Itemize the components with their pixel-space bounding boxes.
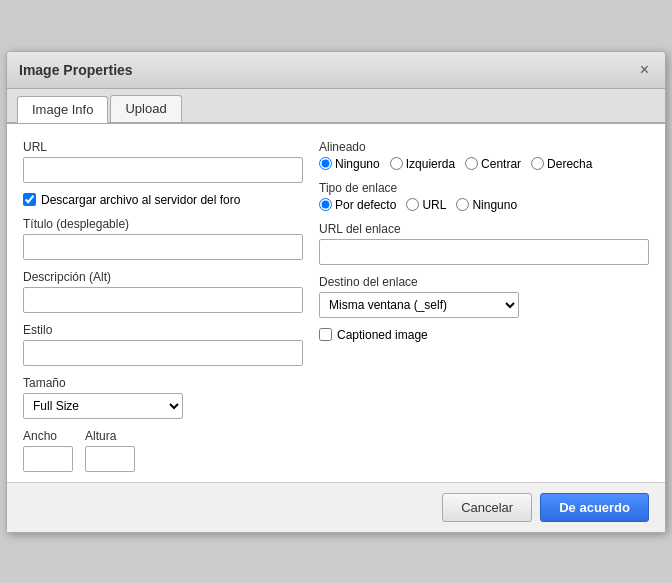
alineado-izquierda[interactable]: Izquierda bbox=[390, 157, 455, 171]
download-checkbox-row: Descargar archivo al servidor del foro bbox=[23, 193, 303, 207]
right-column: Alineado Ninguno Izquierda Centrar Der bbox=[319, 140, 649, 472]
height-input[interactable] bbox=[85, 446, 135, 472]
alineado-label: Alineado bbox=[319, 140, 649, 154]
cancel-button[interactable]: Cancelar bbox=[442, 493, 532, 522]
url-enlace-label: URL del enlace bbox=[319, 222, 649, 236]
destino-field-group: Destino del enlace Misma ventana (_self)… bbox=[319, 275, 649, 318]
url-input[interactable] bbox=[23, 157, 303, 183]
size-label: Tamaño bbox=[23, 376, 303, 390]
captioned-checkbox[interactable] bbox=[319, 328, 332, 341]
width-input[interactable] bbox=[23, 446, 73, 472]
tab-image-info[interactable]: Image Info bbox=[17, 96, 108, 123]
tipo-url[interactable]: URL bbox=[406, 198, 446, 212]
captioned-row: Captioned image bbox=[319, 328, 649, 342]
description-input[interactable] bbox=[23, 287, 303, 313]
ok-button[interactable]: De acuerdo bbox=[540, 493, 649, 522]
alineado-options: Ninguno Izquierda Centrar Derecha bbox=[319, 157, 649, 171]
height-field: Altura bbox=[85, 429, 135, 472]
tipo-enlace-group: Tipo de enlace Por defecto URL Ninguno bbox=[319, 181, 649, 212]
url-enlace-input[interactable] bbox=[319, 239, 649, 265]
url-field-group: URL bbox=[23, 140, 303, 183]
dialog-body: URL Descargar archivo al servidor del fo… bbox=[7, 123, 665, 482]
style-field-group: Estilo bbox=[23, 323, 303, 366]
tabs-bar: Image Info Upload bbox=[7, 89, 665, 123]
destino-select[interactable]: Misma ventana (_self) Nueva ventana (_bl… bbox=[319, 292, 519, 318]
style-input[interactable] bbox=[23, 340, 303, 366]
description-field-group: Descripción (Alt) bbox=[23, 270, 303, 313]
width-height-row: Ancho Altura bbox=[23, 429, 303, 472]
width-label: Ancho bbox=[23, 429, 73, 443]
size-field-group: Tamaño Full Size Large Medium Thumbnail bbox=[23, 376, 303, 419]
destino-label: Destino del enlace bbox=[319, 275, 649, 289]
size-row: Full Size Large Medium Thumbnail bbox=[23, 393, 303, 419]
tipo-enlace-label: Tipo de enlace bbox=[319, 181, 649, 195]
description-label: Descripción (Alt) bbox=[23, 270, 303, 284]
alineado-derecha[interactable]: Derecha bbox=[531, 157, 592, 171]
title-label: Título (desplegable) bbox=[23, 217, 303, 231]
url-enlace-field-group: URL del enlace bbox=[319, 222, 649, 265]
dialog-title: Image Properties bbox=[19, 62, 133, 78]
left-column: URL Descargar archivo al servidor del fo… bbox=[23, 140, 303, 472]
dialog-title-bar: Image Properties × bbox=[7, 52, 665, 89]
download-label: Descargar archivo al servidor del foro bbox=[41, 193, 240, 207]
title-input[interactable] bbox=[23, 234, 303, 260]
width-field: Ancho bbox=[23, 429, 73, 472]
alineado-ninguno[interactable]: Ninguno bbox=[319, 157, 380, 171]
download-checkbox[interactable] bbox=[23, 193, 36, 206]
tipo-por-defecto[interactable]: Por defecto bbox=[319, 198, 396, 212]
image-properties-dialog: Image Properties × Image Info Upload URL bbox=[6, 51, 666, 533]
url-label: URL bbox=[23, 140, 303, 154]
style-label: Estilo bbox=[23, 323, 303, 337]
height-label: Altura bbox=[85, 429, 135, 443]
close-button[interactable]: × bbox=[636, 60, 653, 80]
form-layout: URL Descargar archivo al servidor del fo… bbox=[23, 140, 649, 472]
alineado-centrar[interactable]: Centrar bbox=[465, 157, 521, 171]
alineado-group: Alineado Ninguno Izquierda Centrar Der bbox=[319, 140, 649, 171]
title-field-group: Título (desplegable) bbox=[23, 217, 303, 260]
captioned-label: Captioned image bbox=[337, 328, 428, 342]
tab-upload[interactable]: Upload bbox=[110, 95, 181, 122]
tipo-ninguno[interactable]: Ninguno bbox=[456, 198, 517, 212]
tipo-enlace-options: Por defecto URL Ninguno bbox=[319, 198, 649, 212]
size-select[interactable]: Full Size Large Medium Thumbnail bbox=[23, 393, 183, 419]
dialog-footer: Cancelar De acuerdo bbox=[7, 482, 665, 532]
